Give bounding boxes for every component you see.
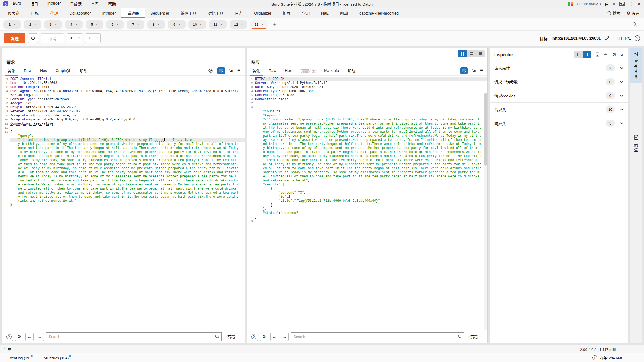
request-view-tab-3[interactable]: GraphQL (51, 66, 76, 75)
close-tab-icon[interactable]: × (158, 22, 160, 26)
repeater-tab-9[interactable]: 9× (168, 20, 186, 29)
close-tab-icon[interactable]: × (55, 22, 57, 26)
http-version-selector[interactable]: HTTP/1 (617, 36, 631, 40)
request-view-tab-0[interactable]: 美化 (3, 66, 19, 75)
search-icon[interactable] (458, 334, 462, 339)
main-tab-mingdong[interactable]: 明动 (334, 8, 354, 18)
forward-dropdown[interactable]: ▼ (94, 34, 100, 43)
menu-repeater[interactable]: 重放器 (70, 1, 82, 7)
close-tab-icon[interactable]: × (116, 22, 118, 26)
new-repeater-tab-button[interactable]: + (271, 21, 279, 28)
chevron-down-icon[interactable] (620, 108, 624, 111)
response-scrollbar[interactable] (484, 93, 487, 330)
back-dropdown[interactable]: ▼ (76, 34, 82, 43)
request-search-input[interactable] (46, 332, 222, 341)
editor-menu-icon[interactable]: ≡ (480, 68, 483, 73)
collapse-all-icon[interactable] (603, 52, 608, 57)
search-prev-button[interactable]: ← (25, 333, 34, 341)
scrollbar-thumb[interactable] (484, 93, 487, 166)
repeater-tab-search-icon[interactable] (633, 22, 641, 27)
dock-left-button[interactable] (574, 51, 583, 58)
kebab-menu-icon[interactable]: ⋮ (629, 1, 633, 6)
close-tab-icon[interactable]: × (178, 22, 180, 26)
repeater-tab-11[interactable]: 11× (209, 20, 227, 29)
side-tab-notes[interactable]: 说明 (630, 132, 642, 156)
search-help-button[interactable]: ? (250, 333, 258, 341)
help-icon[interactable]: ? (635, 35, 640, 41)
request-view-tab-1[interactable]: Raw (19, 66, 36, 75)
close-tab-icon[interactable]: × (241, 22, 243, 26)
dock-right-button[interactable] (583, 51, 591, 58)
close-tab-icon[interactable]: × (262, 22, 264, 26)
repeater-tab-1[interactable]: 1× (3, 20, 21, 29)
close-window-icon[interactable]: × (638, 1, 641, 7)
request-editor[interactable]: 1POST /search HTTP/1.12Host: 101.201.44.… (2, 76, 245, 330)
main-tab-dashboard[interactable]: 仪表盘 (2, 8, 25, 18)
search-icon[interactable] (215, 334, 219, 339)
word-wrap-icon[interactable] (460, 67, 468, 74)
inspector-section-3[interactable]: 请求头10 (490, 103, 628, 116)
repeater-tab-3[interactable]: 3× (44, 20, 62, 29)
word-wrap-icon[interactable] (217, 67, 225, 74)
close-tab-icon[interactable]: × (137, 22, 139, 26)
close-tab-icon[interactable]: × (220, 22, 222, 26)
layout-rows-button[interactable] (467, 50, 476, 57)
repeater-tab-2[interactable]: 2× (24, 20, 41, 29)
repeater-tab-6[interactable]: 6× (106, 20, 124, 29)
chevron-down-icon[interactable] (620, 80, 624, 83)
repeater-tab-12[interactable]: 12× (230, 20, 247, 29)
search-help-button[interactable]: ? (5, 333, 13, 341)
response-view-tab-2[interactable]: Hex (281, 66, 296, 75)
main-tab-repeater[interactable]: 重放器 (121, 8, 145, 18)
repeater-tab-5[interactable]: 5× (86, 20, 103, 29)
send-settings-button[interactable]: ⚙ (28, 33, 38, 43)
response-view-tab-1[interactable]: Raw (264, 66, 281, 75)
editor-menu-icon[interactable]: ≡ (237, 68, 240, 73)
hide-headers-icon[interactable] (208, 68, 213, 73)
inspector-section-4[interactable]: 响应头5 (490, 116, 628, 130)
side-tab-inspector[interactable]: Inspector (630, 48, 642, 83)
send-button[interactable]: 发送 (4, 33, 25, 43)
response-search-input[interactable] (291, 332, 464, 341)
edit-target-icon[interactable] (604, 35, 610, 41)
inspector-section-0[interactable]: 请求属性2 (490, 61, 628, 75)
main-tab-captcha-killer-modified[interactable]: captcha-killer-modified (354, 8, 404, 18)
repeater-tab-8[interactable]: 8× (147, 20, 165, 29)
main-tab-hae[interactable]: HaE (316, 8, 334, 18)
screenshot-icon[interactable] (619, 2, 625, 6)
stop-icon[interactable]: ■ (613, 2, 615, 6)
close-tab-icon[interactable]: × (14, 22, 15, 26)
show-newlines-icon[interactable]: \n (472, 69, 476, 73)
inspector-section-1[interactable]: 请求查询参数0 (490, 75, 628, 89)
search-settings-button[interactable]: ⚙ (15, 333, 23, 341)
info-icon[interactable]: i (592, 355, 597, 360)
main-tab-decoder[interactable]: 编码工具 (175, 8, 202, 18)
close-tab-icon[interactable]: × (200, 22, 202, 26)
menu-view[interactable]: 查看 (91, 1, 99, 7)
menu-intruder[interactable]: Intruder (47, 1, 61, 7)
menu-help[interactable]: 帮助 (108, 1, 116, 7)
search-prev-button[interactable]: ← (270, 333, 278, 341)
expand-all-icon[interactable] (595, 52, 600, 57)
global-search[interactable]: 搜索 (607, 10, 621, 16)
close-tab-icon[interactable]: × (96, 22, 98, 26)
main-tab-organizer[interactable]: Organizer (248, 8, 277, 18)
repeater-tab-7[interactable]: 7× (127, 20, 144, 29)
main-tab-target[interactable]: 目标 (25, 8, 45, 18)
global-settings[interactable]: ⚙ 设置 (627, 10, 640, 16)
search-next-button[interactable]: → (36, 333, 44, 341)
request-view-tab-4[interactable]: 明动 (76, 66, 92, 75)
close-inspector-icon[interactable]: × (620, 52, 624, 57)
response-view-tab-0[interactable]: 美化 (248, 66, 264, 75)
search-settings-button[interactable]: ⚙ (260, 333, 268, 341)
inspector-section-2[interactable]: 请求cookies0 (490, 89, 628, 103)
close-tab-icon[interactable]: × (34, 22, 36, 26)
main-tab-intruder[interactable]: Intruder (97, 8, 122, 18)
chevron-down-icon[interactable] (620, 67, 624, 69)
request-view-tab-2[interactable]: Hex (36, 66, 51, 75)
search-next-button[interactable]: → (281, 333, 289, 341)
repeater-tab-10[interactable]: 10× (188, 20, 206, 29)
menu-burp[interactable]: Burp (13, 1, 21, 7)
response-editor[interactable]: 1HTTP/1.1 200 OK2Server: Werkzeug/3.1.4 … (247, 76, 487, 330)
all-issues-button[interactable]: All issues (154) (44, 355, 71, 360)
